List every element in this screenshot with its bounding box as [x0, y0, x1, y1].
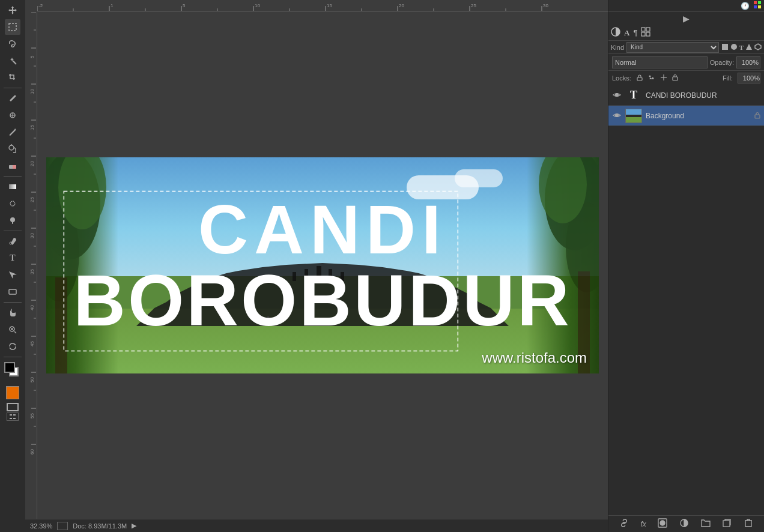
- layer-name-background: Background: [646, 112, 751, 120]
- delete-layer-icon[interactable]: [744, 518, 753, 530]
- adjustments-icon[interactable]: [611, 27, 620, 38]
- kind-select[interactable]: Kind Name Effect Mode Attribute Color Sm…: [626, 42, 719, 53]
- blur-tool[interactable]: [5, 196, 20, 211]
- layers-bottom-bar: fx: [608, 515, 764, 532]
- character-panel-icon[interactable]: A: [624, 28, 629, 38]
- magic-wand-tool[interactable]: [5, 53, 20, 68]
- move-tool[interactable]: [5, 2, 20, 18]
- clone-stamp-tool[interactable]: [5, 141, 20, 157]
- svg-text:35: 35: [29, 269, 35, 274]
- filter-smart-icon[interactable]: [754, 43, 762, 52]
- kind-label: Kind: [611, 44, 624, 51]
- opacity-value[interactable]: [736, 56, 760, 68]
- paragraph-panel-icon[interactable]: ¶: [633, 28, 637, 37]
- svg-text:30: 30: [29, 233, 35, 238]
- svg-text:-2: -2: [38, 3, 43, 8]
- layer-visibility-eye-2[interactable]: [612, 112, 622, 120]
- svg-line-15: [14, 331, 16, 333]
- brush-tool[interactable]: [5, 124, 20, 140]
- eyedropper-tool[interactable]: [5, 91, 20, 106]
- lock-all-icon[interactable]: [672, 74, 678, 82]
- doc-info-expand[interactable]: ▶: [132, 522, 136, 530]
- history-panel-icon[interactable]: 🕐: [741, 2, 750, 10]
- eraser-tool[interactable]: [5, 158, 20, 174]
- shape-tool[interactable]: [5, 284, 20, 300]
- svg-rect-81: [329, 269, 332, 278]
- svg-rect-98: [646, 28, 650, 31]
- link-layers-icon[interactable]: [619, 518, 629, 530]
- layer-visibility-eye-1[interactable]: [612, 91, 622, 100]
- zoom-tool[interactable]: [5, 322, 20, 337]
- layer-lock-icon: [754, 112, 760, 120]
- svg-text:55: 55: [29, 413, 35, 419]
- fill-value[interactable]: [738, 73, 760, 83]
- svg-rect-114: [723, 521, 730, 527]
- person-silhouette-1: [256, 315, 258, 322]
- svg-rect-82: [341, 272, 344, 281]
- layer-name-text: CANDI BOROBUDUR: [646, 91, 760, 100]
- swatches-panel-icon[interactable]: [753, 1, 762, 11]
- crop-tool[interactable]: [5, 70, 20, 85]
- rectangular-marquee-tool[interactable]: [5, 19, 20, 35]
- svg-rect-9: [9, 184, 16, 189]
- filter-type-icon[interactable]: T: [739, 44, 744, 51]
- type-tool[interactable]: T: [5, 250, 20, 266]
- filter-adjust-icon[interactable]: [730, 43, 738, 52]
- text-layer-icon: T: [625, 88, 642, 103]
- svg-point-10: [10, 217, 15, 222]
- svg-line-1: [13, 61, 16, 64]
- create-group-icon[interactable]: [701, 518, 711, 530]
- play-button[interactable]: ▶: [683, 14, 690, 23]
- rotate-view-tool[interactable]: [5, 339, 20, 354]
- svg-text:20: 20: [399, 3, 404, 8]
- svg-text:10: 10: [255, 3, 260, 8]
- svg-text:45: 45: [29, 341, 35, 346]
- svg-rect-78: [293, 272, 296, 281]
- svg-text:5: 5: [29, 55, 35, 58]
- hand-tool[interactable]: [5, 305, 20, 321]
- layers-spacer: [608, 126, 764, 515]
- lock-position-icon[interactable]: [660, 74, 667, 82]
- foreground-color[interactable]: [4, 362, 15, 373]
- layer-item-text[interactable]: T CANDI BOROBUDUR: [608, 85, 764, 106]
- screen-mode-icon[interactable]: [7, 403, 19, 411]
- locks-label: Locks:: [612, 74, 631, 82]
- app-layout: T: [0, 0, 764, 532]
- path-selection-tool[interactable]: [5, 267, 20, 283]
- svg-rect-8: [13, 165, 16, 169]
- zoom-level: 32.39%: [30, 522, 52, 530]
- lock-pixels-icon[interactable]: [636, 74, 643, 82]
- center-area: -2 1 5 10 15: [25, 0, 764, 532]
- toolbar-divider-3: [4, 231, 22, 231]
- svg-rect-94: [754, 5, 757, 8]
- svg-rect-80: [317, 266, 321, 277]
- side-tools-row: A ¶: [608, 25, 764, 41]
- svg-rect-107: [673, 77, 678, 80]
- svg-rect-95: [758, 5, 761, 8]
- lasso-tool[interactable]: [5, 36, 20, 52]
- svg-rect-110: [755, 115, 760, 118]
- create-new-layer-icon[interactable]: [722, 518, 732, 530]
- add-mask-icon[interactable]: [658, 518, 667, 530]
- healing-brush-tool[interactable]: [5, 107, 20, 123]
- color-swatches[interactable]: [4, 362, 21, 379]
- create-adjustment-icon[interactable]: [679, 518, 689, 530]
- person-silhouette-2: [267, 316, 269, 322]
- gradient-tool[interactable]: [5, 179, 20, 195]
- quick-mask-icon[interactable]: [6, 386, 19, 399]
- svg-rect-11: [12, 222, 13, 224]
- pen-tool[interactable]: [5, 234, 20, 249]
- svg-text:15: 15: [327, 3, 332, 8]
- filter-shape-icon[interactable]: [745, 43, 753, 52]
- layers-grid-icon[interactable]: [641, 27, 650, 39]
- svg-text:60: 60: [29, 449, 35, 455]
- filter-icons: T: [721, 43, 762, 52]
- status-bar-icon[interactable]: [57, 522, 68, 530]
- layer-fx-icon[interactable]: fx: [640, 520, 646, 528]
- filter-pixel-icon[interactable]: [721, 43, 729, 52]
- layer-item-background[interactable]: Background: [608, 106, 764, 126]
- blend-mode-select[interactable]: Normal Dissolve Multiply Screen Overlay: [612, 56, 708, 68]
- lock-image-icon[interactable]: [648, 74, 655, 82]
- fullscreen-icon[interactable]: [7, 413, 19, 421]
- dodge-tool[interactable]: [5, 213, 20, 228]
